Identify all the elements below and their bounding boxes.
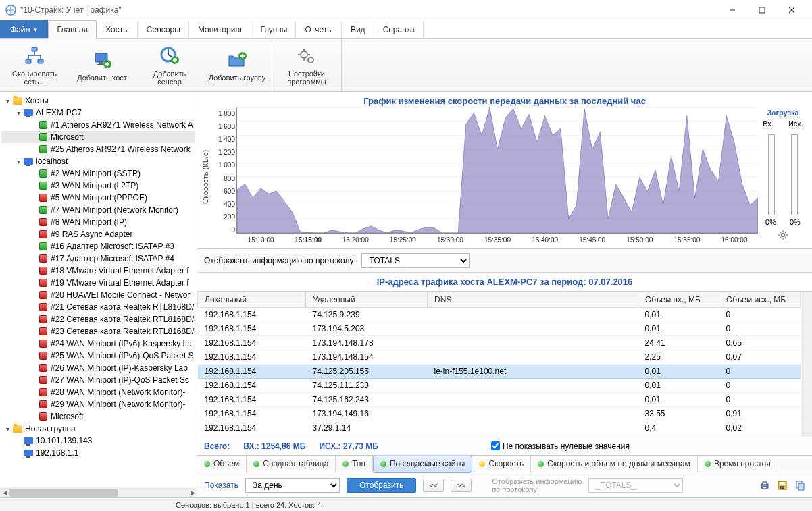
tree-item[interactable]: #26 WAN Miniport (IP)-Kaspersky Lab: [1, 362, 195, 374]
tree-item[interactable]: #28 WAN Miniport (Network Monitor)-: [1, 386, 195, 398]
tree-item[interactable]: #25 WAN Miniport (IPv6)-QoS Packet S: [1, 350, 195, 362]
gear-icon[interactable]: [778, 230, 788, 240]
window-minimize-button[interactable]: [717, 1, 747, 20]
bottom-tab[interactable]: Время простоя: [698, 456, 778, 473]
ribbon-btn-sensor-add[interactable]: Добавить сенсор: [141, 43, 199, 88]
table-header[interactable]: Локальный: [198, 292, 306, 308]
table-header[interactable]: Объем вх., МБ: [638, 292, 719, 308]
menu-tab-7[interactable]: Справка: [374, 20, 424, 38]
hide-zeros-checkbox[interactable]: Не показывать нулевые значения: [491, 441, 630, 451]
tree-item[interactable]: #9 RAS Async Adapter: [1, 228, 195, 240]
ribbon-btn-group-add[interactable]: Добавить группу: [208, 43, 266, 88]
window-close-button[interactable]: [777, 1, 807, 20]
tree-hscroll[interactable]: ◀ ▶: [0, 487, 197, 497]
tree-item[interactable]: Microsoft: [1, 410, 195, 423]
table-cell: 0: [719, 322, 801, 336]
table-row[interactable]: 192.168.1.15474.125.9.2390,010: [198, 308, 801, 322]
menu-tab-4[interactable]: Группы: [251, 20, 296, 38]
table-row[interactable]: 192.168.1.15474.125.205.155le-in-f155.1e…: [198, 365, 801, 379]
window-maximize-button[interactable]: [747, 1, 777, 20]
proto-filter-2-select[interactable]: _TOTALS_: [588, 478, 683, 493]
tree-item[interactable]: #25 Atheros AR9271 Wireless Network: [1, 143, 195, 155]
table-cell: 0: [719, 393, 801, 407]
hide-zeros-input[interactable]: [491, 441, 500, 450]
menu-tab-3[interactable]: Мониторинг: [189, 20, 252, 38]
table-row[interactable]: 192.168.1.154173.194.222.840,010: [198, 435, 801, 437]
tree-item[interactable]: #8 WAN Miniport (IP): [1, 216, 195, 228]
table-row[interactable]: 192.168.1.154173.194.149.1633,550,91: [198, 407, 801, 421]
tree-item[interactable]: #27 WAN Miniport (IP)-QoS Packet Sc: [1, 374, 195, 386]
tree-item[interactable]: ▾Новая группа: [1, 423, 195, 435]
tree-item[interactable]: #21 Сетевая карта Realtek RTL8168D/8: [1, 301, 195, 313]
tree-item[interactable]: #18 VMware Virtual Ethernet Adapter f: [1, 265, 195, 277]
scroll-right-icon[interactable]: ▶: [188, 487, 197, 498]
tree-item[interactable]: #19 VMware Virtual Ethernet Adapter f: [1, 277, 195, 289]
tree-item[interactable]: 10.101.139.143: [1, 435, 195, 447]
table-header[interactable]: Удаленный: [306, 292, 428, 308]
tree-item[interactable]: #17 Адаптер Microsoft ISATAP #4: [1, 252, 195, 265]
copy-icon[interactable]: [794, 480, 805, 491]
tree-expander-icon[interactable]: ▾: [14, 158, 23, 165]
ribbon-btn-gears[interactable]: Настройки программы: [278, 43, 336, 88]
tree-item[interactable]: #23 Сетевая карта Realtek RTL8168D/8: [1, 325, 195, 338]
save-icon[interactable]: [777, 480, 788, 491]
status-dot-icon: [538, 461, 544, 467]
tree-item[interactable]: #5 WAN Miniport (PPPOE): [1, 192, 195, 204]
scroll-thumb[interactable]: [9, 489, 118, 497]
ribbon-btn-network[interactable]: Сканировать сеть...: [5, 43, 64, 88]
tree-item[interactable]: Microsoft: [1, 131, 195, 143]
tree-expander-icon[interactable]: ▾: [3, 97, 12, 105]
tree-expander-icon[interactable]: ▾: [14, 109, 23, 117]
table-row[interactable]: 192.168.1.154173.194.148.1542,250,07: [198, 350, 801, 365]
bottom-tab[interactable]: Сводная таблица: [247, 456, 336, 473]
render-button[interactable]: Отобразить: [347, 478, 416, 493]
load-panel: Загрузка Вх. Исх. 0% 0%: [758, 107, 808, 246]
tree-expander-icon[interactable]: ▾: [3, 425, 12, 433]
bottom-tab[interactable]: Топ: [336, 456, 373, 473]
table-row[interactable]: 192.168.1.15474.125.111.2330,010: [198, 379, 801, 393]
table-vscroll[interactable]: [801, 292, 812, 437]
tree-item[interactable]: #1 Atheros AR9271 Wireless Network A: [1, 119, 195, 131]
bottom-tab[interactable]: Объем: [197, 456, 247, 473]
tree-item[interactable]: #2 WAN Miniport (SSTP): [1, 167, 195, 180]
next-button[interactable]: >>: [451, 479, 472, 492]
tree-label: ALEXM-PC7: [36, 108, 82, 117]
bottom-tab[interactable]: Скорость: [472, 456, 531, 473]
tree-item[interactable]: #20 HUAWEI Mobile Connect - Networ: [1, 289, 195, 301]
prev-button[interactable]: <<: [423, 479, 444, 492]
tree-item[interactable]: #3 WAN Miniport (L2TP): [1, 180, 195, 192]
tree-item[interactable]: #7 WAN Miniport (Network Monitor): [1, 204, 195, 216]
tree-item[interactable]: ▾localhost: [1, 155, 195, 167]
tree-item[interactable]: 192.168.1.1: [1, 447, 195, 459]
table-row[interactable]: 192.168.1.15474.125.162.2430,010: [198, 393, 801, 407]
ip-traffic-table[interactable]: ЛокальныйУдаленныйDNSОбъем вх., МБОбъем …: [197, 292, 801, 437]
scroll-left-icon[interactable]: ◀: [0, 487, 9, 498]
bottom-tab[interactable]: Скорость и объем по дням и месяцам: [531, 456, 698, 473]
table-row[interactable]: 192.168.1.154173.194.148.17824,410,65: [198, 336, 801, 350]
period-select[interactable]: За день: [245, 478, 340, 493]
menu-tab-5[interactable]: Отчеты: [296, 20, 341, 38]
bottom-tab[interactable]: Посещаемые сайты: [373, 456, 473, 473]
menu-tab-6[interactable]: Вид: [342, 20, 374, 38]
tree-item[interactable]: #16 Адаптер Microsoft ISATAP #3: [1, 240, 195, 252]
table-row[interactable]: 192.168.1.15437.29.1.140,40,02: [198, 421, 801, 435]
protocol-filter-select[interactable]: _TOTALS_: [361, 253, 470, 268]
tree-item[interactable]: #29 WAN Miniport (Network Monitor)-: [1, 398, 195, 410]
caret-down-icon: ▼: [33, 27, 39, 33]
load-in-label: Вх.: [763, 119, 773, 128]
host-tree[interactable]: ▾Хосты▾ALEXM-PC7#1 Atheros AR9271 Wirele…: [0, 92, 197, 487]
menu-tab-1[interactable]: Хосты: [97, 20, 138, 38]
tree-item[interactable]: ▾ALEXM-PC7: [1, 107, 195, 119]
table-header[interactable]: DNS: [428, 292, 638, 308]
file-menu-button[interactable]: Файл ▼: [0, 20, 48, 38]
tree-label: #16 Адаптер Microsoft ISATAP #3: [51, 242, 174, 251]
menu-tab-0[interactable]: Главная: [48, 20, 97, 39]
tree-item[interactable]: #22 Сетевая карта Realtek RTL8168D/8: [1, 313, 195, 325]
tree-item[interactable]: #24 WAN Miniport (IPv6)-Kaspersky La: [1, 338, 195, 350]
table-header[interactable]: Объем исх., МБ: [719, 292, 801, 308]
tree-item[interactable]: ▾Хосты: [1, 95, 195, 107]
print-icon[interactable]: [759, 480, 770, 491]
table-row[interactable]: 192.168.1.154173.194.5.2030,010: [198, 322, 801, 336]
menu-tab-2[interactable]: Сенсоры: [138, 20, 189, 38]
ribbon-btn-host-add[interactable]: Добавить хост: [73, 43, 131, 88]
